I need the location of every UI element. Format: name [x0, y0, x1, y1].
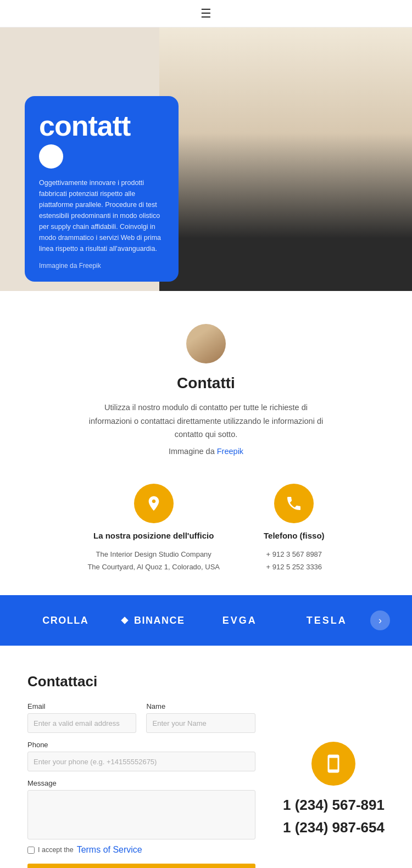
name-field-group: Name: [146, 702, 255, 733]
brand-binance: BINANCE: [109, 615, 197, 626]
location-icon: [145, 495, 163, 512]
brand-tesla-text: TESLA: [307, 615, 347, 626]
brand-evga: EVGA: [196, 615, 283, 626]
phone-icon: [285, 495, 303, 512]
location-card-title: La nostra posizione dell'ufficio: [93, 531, 214, 540]
brand-crolla-text: CROLLA: [42, 615, 88, 626]
phone-input[interactable]: [27, 752, 255, 771]
phone-card-sub: + 912 3 567 8987 + 912 5 252 3336: [266, 548, 322, 574]
hero-photo: [159, 27, 412, 291]
mobile-phone-icon: [324, 754, 343, 774]
email-label: Email: [27, 702, 136, 710]
phone-card: Telefono (fisso) + 912 3 567 8987 + 912 …: [264, 484, 325, 574]
hero-title: contatt: [39, 111, 164, 140]
message-textarea[interactable]: [27, 790, 255, 839]
brand-crolla: CROLLA: [22, 615, 109, 626]
brand-evga-text: EVGA: [222, 615, 257, 626]
form-container: Contattaci Email Name Phone Message I ac…: [27, 673, 255, 868]
hero-title-dot: [39, 144, 63, 169]
phone-number-1: 1 (234) 567-891: [283, 797, 385, 814]
brands-next-arrow[interactable]: ›: [370, 611, 390, 630]
brand-tesla: TESLA: [283, 615, 371, 626]
phone-icon-circle: [274, 484, 314, 523]
image-credit-prefix: Immagine da: [169, 447, 217, 456]
name-label: Name: [146, 702, 255, 710]
phone-line2: + 912 5 252 3336: [266, 563, 322, 571]
location-line1: The Interior Design Studio Company: [96, 550, 211, 558]
freepik-link[interactable]: Freepik: [217, 447, 243, 456]
location-card: La nostra posizione dell'ufficio The Int…: [87, 484, 220, 574]
contact-info-section: Contatti Utilizza il nostro modulo di co…: [0, 291, 412, 595]
location-line2: The Courtyard, Al Quoz 1, Colorado, USA: [87, 563, 220, 571]
hero-image-credit: Immagine da Freepik: [39, 262, 164, 270]
terms-row: I accept the Terms of Service: [27, 845, 255, 855]
avatar: [186, 324, 226, 363]
contacts-title: Contatti: [177, 374, 235, 392]
hero-image: [159, 27, 412, 291]
location-card-sub: The Interior Design Studio Company The C…: [87, 548, 220, 574]
svg-marker-0: [121, 617, 128, 624]
message-label: Message: [27, 779, 255, 787]
brands-banner: CROLLA BINANCE EVGA TESLA ›: [0, 595, 412, 646]
phone-number-2: 1 (234) 987-654: [283, 819, 385, 836]
binance-diamond-icon: [120, 616, 129, 625]
hero-card: contatt Oggettivamente innovare i prodot…: [25, 96, 179, 282]
phone-field-group: Phone: [27, 741, 255, 771]
email-name-row: Email Name: [27, 702, 255, 733]
location-icon-circle: [134, 484, 174, 523]
contacts-description: Utilizza il nostro modulo di contatto pe…: [88, 401, 324, 441]
contact-cards: La nostra posizione dell'ufficio The Int…: [22, 484, 390, 574]
avatar-image: [186, 324, 226, 363]
terms-checkbox[interactable]: [27, 847, 35, 854]
phone-card-title: Telefono (fisso): [264, 531, 325, 540]
submit-button[interactable]: INVIA: [27, 864, 255, 868]
brand-binance-text: BINANCE: [120, 615, 185, 626]
phone-info-side: 1 (234) 567-891 1 (234) 987-654: [283, 673, 385, 868]
contacts-image-credit: Immagine da Freepik: [169, 445, 243, 458]
hero-description: Oggettivamente innovare i prodotti fabbr…: [39, 177, 164, 254]
phone-line1: + 912 3 567 8987: [266, 550, 322, 558]
terms-link[interactable]: Terms of Service: [77, 845, 142, 855]
email-input[interactable]: [27, 713, 136, 733]
phone-mobile-icon-circle: [311, 742, 355, 786]
message-field-group: Message: [27, 779, 255, 839]
contact-form-section: Contattaci Email Name Phone Message I ac…: [0, 646, 412, 868]
phone-label: Phone: [27, 741, 255, 749]
hamburger-icon[interactable]: ☰: [201, 7, 211, 21]
name-input[interactable]: [146, 713, 255, 733]
terms-text: I accept the: [38, 846, 74, 854]
form-title: Contattaci: [27, 673, 255, 690]
email-field-group: Email: [27, 702, 136, 733]
navigation: ☰: [0, 0, 412, 27]
hero-section: contatt Oggettivamente innovare i prodot…: [0, 27, 412, 291]
